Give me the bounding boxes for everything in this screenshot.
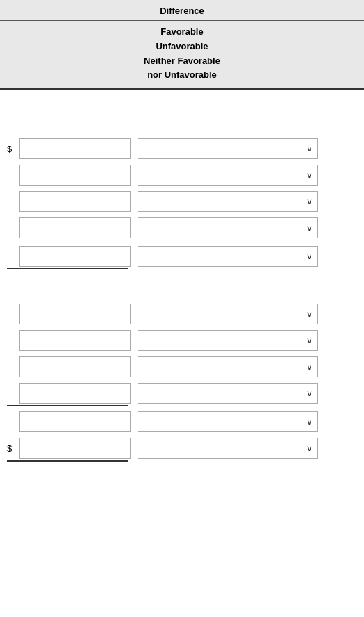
- spacer-6: [7, 309, 17, 320]
- spacer-8: [7, 362, 17, 372]
- text-input-2[interactable]: [19, 165, 131, 186]
- form-row-3: [7, 191, 357, 212]
- option-nor-unfavorable: nor Unfavorable: [0, 68, 364, 83]
- header-title: Difference: [0, 6, 364, 21]
- text-input-7[interactable]: [19, 330, 131, 351]
- dollar-sign-1: $: [7, 144, 17, 154]
- select-wrapper-4: [138, 217, 318, 238]
- select-wrapper-2: [138, 165, 318, 186]
- select-9[interactable]: [138, 383, 318, 404]
- spacer-10: [7, 417, 17, 427]
- underline-4: [7, 240, 128, 240]
- select-wrapper-8: [138, 356, 318, 377]
- select-1[interactable]: [138, 138, 318, 159]
- spacer-5: [7, 252, 17, 262]
- dollar-sign-11: $: [7, 443, 17, 454]
- form-row-9: [7, 383, 357, 404]
- form-row-11-wrapper: $: [7, 438, 357, 462]
- form-row-9-wrapper: [7, 383, 357, 406]
- form-row-5: [7, 246, 357, 267]
- spacer-9: [7, 388, 17, 399]
- select-wrapper-7: [138, 330, 318, 351]
- form-row-2: [7, 165, 357, 186]
- select-10[interactable]: [138, 411, 318, 432]
- form-row-4: [7, 217, 357, 238]
- text-input-4[interactable]: [19, 217, 131, 238]
- text-input-6[interactable]: [19, 304, 131, 324]
- spacer-4: [7, 223, 17, 233]
- select-wrapper-9: [138, 383, 318, 404]
- select-5[interactable]: [138, 246, 318, 267]
- form-row-10: [7, 411, 357, 432]
- select-wrapper-6: [138, 304, 318, 324]
- text-input-8[interactable]: [19, 356, 131, 377]
- spacer-7: [7, 336, 17, 346]
- spacer-2: [7, 170, 17, 181]
- option-unfavorable: Unfavorable: [0, 40, 364, 54]
- text-input-9[interactable]: [19, 383, 131, 404]
- form-row-11: $: [7, 438, 357, 459]
- form-row-1: $: [7, 138, 357, 159]
- text-input-5[interactable]: [19, 246, 131, 267]
- select-7[interactable]: [138, 330, 318, 351]
- option-favorable: Favorable: [0, 25, 364, 40]
- section-divider: [0, 269, 364, 290]
- header-section: Difference Favorable Unfavorable Neither…: [0, 0, 364, 90]
- select-6[interactable]: [138, 304, 318, 324]
- form-row-5-wrapper: [7, 246, 357, 269]
- select-wrapper-5: [138, 246, 318, 267]
- text-input-3[interactable]: [19, 191, 131, 212]
- spacer-3: [7, 197, 17, 207]
- underline-9: [7, 405, 128, 406]
- select-11[interactable]: [138, 438, 318, 459]
- select-8[interactable]: [138, 356, 318, 377]
- select-3[interactable]: [138, 191, 318, 212]
- select-wrapper-1: [138, 138, 318, 159]
- text-input-10[interactable]: [19, 411, 131, 432]
- section-2: $: [0, 297, 364, 462]
- text-input-1[interactable]: [19, 138, 131, 159]
- select-wrapper-11: [138, 438, 318, 459]
- form-row-7: [7, 330, 357, 351]
- select-wrapper-3: [138, 191, 318, 212]
- option-neither-favorable: Neither Favorable: [0, 54, 364, 69]
- form-row-4-wrapper: [7, 217, 357, 240]
- header-options: Favorable Unfavorable Neither Favorable …: [0, 25, 364, 83]
- select-wrapper-10: [138, 411, 318, 432]
- text-input-11[interactable]: [19, 438, 131, 459]
- select-4[interactable]: [138, 217, 318, 238]
- select-2[interactable]: [138, 165, 318, 186]
- form-row-8: [7, 356, 357, 377]
- section-1: $: [0, 131, 364, 269]
- form-row-6: [7, 304, 357, 324]
- double-underline-11: [7, 460, 128, 462]
